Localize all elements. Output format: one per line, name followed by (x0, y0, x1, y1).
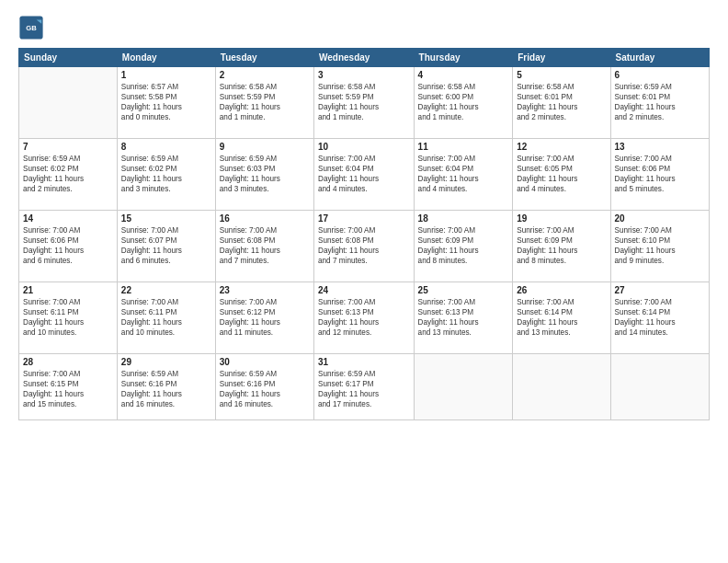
calendar-table: SundayMondayTuesdayWednesdayThursdayFrid… (18, 48, 710, 420)
day-info: Sunrise: 7:00 AM Sunset: 6:15 PM Dayligh… (23, 369, 113, 409)
day-info: Sunrise: 6:58 AM Sunset: 6:00 PM Dayligh… (418, 82, 509, 122)
day-number: 9 (220, 142, 310, 152)
day-info: Sunrise: 6:59 AM Sunset: 6:02 PM Dayligh… (121, 154, 211, 194)
day-cell (19, 67, 118, 139)
day-info: Sunrise: 7:00 AM Sunset: 6:09 PM Dayligh… (517, 225, 606, 266)
day-number: 15 (121, 213, 211, 224)
day-info: Sunrise: 7:00 AM Sunset: 6:14 PM Dayligh… (517, 297, 606, 338)
day-cell: 10Sunrise: 7:00 AM Sunset: 6:04 PM Dayli… (313, 139, 414, 211)
day-header-wednesday: Wednesday (313, 49, 414, 67)
day-number: 30 (220, 357, 310, 367)
day-number: 21 (23, 285, 113, 295)
calendar-body: 1Sunrise: 6:57 AM Sunset: 5:58 PM Daylig… (19, 67, 710, 420)
day-number: 29 (121, 357, 211, 367)
day-cell: 24Sunrise: 7:00 AM Sunset: 6:13 PM Dayli… (313, 282, 414, 354)
svg-text:GB: GB (26, 24, 37, 32)
day-header-thursday: Thursday (414, 49, 513, 67)
day-header-monday: Monday (117, 49, 215, 67)
day-info: Sunrise: 6:59 AM Sunset: 6:03 PM Dayligh… (220, 154, 310, 194)
day-number: 23 (220, 285, 310, 295)
day-cell: 29Sunrise: 6:59 AM Sunset: 6:16 PM Dayli… (117, 354, 215, 420)
day-info: Sunrise: 6:59 AM Sunset: 6:17 PM Dayligh… (318, 369, 410, 409)
day-info: Sunrise: 6:59 AM Sunset: 6:16 PM Dayligh… (121, 369, 211, 409)
day-number: 19 (517, 213, 606, 224)
day-cell: 22Sunrise: 7:00 AM Sunset: 6:11 PM Dayli… (117, 282, 215, 354)
day-cell: 1Sunrise: 6:57 AM Sunset: 5:58 PM Daylig… (117, 67, 215, 139)
day-info: Sunrise: 7:00 AM Sunset: 6:05 PM Dayligh… (517, 154, 606, 194)
day-info: Sunrise: 7:00 AM Sunset: 6:12 PM Dayligh… (220, 297, 310, 338)
day-info: Sunrise: 7:00 AM Sunset: 6:04 PM Dayligh… (418, 154, 509, 194)
day-info: Sunrise: 6:58 AM Sunset: 6:01 PM Dayligh… (517, 82, 606, 122)
day-cell: 16Sunrise: 7:00 AM Sunset: 6:08 PM Dayli… (215, 211, 313, 282)
day-info: Sunrise: 6:58 AM Sunset: 5:59 PM Dayligh… (220, 82, 310, 122)
day-number: 13 (615, 142, 705, 152)
day-info: Sunrise: 7:00 AM Sunset: 6:13 PM Dayligh… (418, 297, 509, 338)
day-number: 8 (121, 142, 211, 152)
day-header-friday: Friday (513, 49, 610, 67)
week-row-5: 28Sunrise: 7:00 AM Sunset: 6:15 PM Dayli… (19, 354, 710, 420)
day-cell: 3Sunrise: 6:58 AM Sunset: 5:59 PM Daylig… (313, 67, 414, 139)
day-number: 16 (220, 213, 310, 224)
week-row-1: 1Sunrise: 6:57 AM Sunset: 5:58 PM Daylig… (19, 67, 710, 139)
day-number: 7 (23, 142, 113, 152)
header: GB (18, 15, 710, 40)
logo-icon: GB (18, 15, 44, 40)
day-number: 4 (418, 70, 509, 80)
day-cell: 25Sunrise: 7:00 AM Sunset: 6:13 PM Dayli… (414, 282, 513, 354)
page: GB SundayMondayTuesdayWednesdayThursdayF… (0, 0, 728, 563)
day-cell: 11Sunrise: 7:00 AM Sunset: 6:04 PM Dayli… (414, 139, 513, 211)
week-row-3: 14Sunrise: 7:00 AM Sunset: 6:06 PM Dayli… (19, 211, 710, 282)
day-number: 17 (318, 213, 410, 224)
day-info: Sunrise: 7:00 AM Sunset: 6:11 PM Dayligh… (121, 297, 211, 338)
day-info: Sunrise: 6:59 AM Sunset: 6:02 PM Dayligh… (23, 154, 113, 194)
day-info: Sunrise: 6:57 AM Sunset: 5:58 PM Dayligh… (121, 82, 211, 122)
day-header-sunday: Sunday (19, 49, 118, 67)
day-info: Sunrise: 7:00 AM Sunset: 6:11 PM Dayligh… (23, 297, 113, 338)
day-number: 20 (615, 213, 705, 224)
day-cell (610, 354, 709, 420)
day-number: 25 (418, 285, 509, 295)
day-cell: 23Sunrise: 7:00 AM Sunset: 6:12 PM Dayli… (215, 282, 313, 354)
day-number: 3 (318, 70, 410, 80)
day-info: Sunrise: 7:00 AM Sunset: 6:06 PM Dayligh… (615, 154, 705, 194)
day-cell: 26Sunrise: 7:00 AM Sunset: 6:14 PM Dayli… (513, 282, 610, 354)
day-number: 6 (615, 70, 705, 80)
day-cell: 20Sunrise: 7:00 AM Sunset: 6:10 PM Dayli… (610, 211, 709, 282)
day-info: Sunrise: 7:00 AM Sunset: 6:08 PM Dayligh… (220, 225, 310, 266)
day-cell: 7Sunrise: 6:59 AM Sunset: 6:02 PM Daylig… (19, 139, 118, 211)
day-cell: 13Sunrise: 7:00 AM Sunset: 6:06 PM Dayli… (610, 139, 709, 211)
day-info: Sunrise: 6:59 AM Sunset: 6:01 PM Dayligh… (615, 82, 705, 122)
day-number: 11 (418, 142, 509, 152)
day-info: Sunrise: 6:59 AM Sunset: 6:16 PM Dayligh… (220, 369, 310, 409)
day-header-saturday: Saturday (610, 49, 709, 67)
day-cell: 19Sunrise: 7:00 AM Sunset: 6:09 PM Dayli… (513, 211, 610, 282)
day-cell: 27Sunrise: 7:00 AM Sunset: 6:14 PM Dayli… (610, 282, 709, 354)
day-info: Sunrise: 7:00 AM Sunset: 6:04 PM Dayligh… (318, 154, 410, 194)
day-cell: 8Sunrise: 6:59 AM Sunset: 6:02 PM Daylig… (117, 139, 215, 211)
day-number: 27 (615, 285, 705, 295)
week-row-2: 7Sunrise: 6:59 AM Sunset: 6:02 PM Daylig… (19, 139, 710, 211)
day-cell (513, 354, 610, 420)
day-cell: 12Sunrise: 7:00 AM Sunset: 6:05 PM Dayli… (513, 139, 610, 211)
day-info: Sunrise: 7:00 AM Sunset: 6:08 PM Dayligh… (318, 225, 410, 266)
day-number: 10 (318, 142, 410, 152)
day-cell: 21Sunrise: 7:00 AM Sunset: 6:11 PM Dayli… (19, 282, 118, 354)
day-number: 22 (121, 285, 211, 295)
day-cell: 30Sunrise: 6:59 AM Sunset: 6:16 PM Dayli… (215, 354, 313, 420)
day-number: 14 (23, 213, 113, 224)
day-cell: 14Sunrise: 7:00 AM Sunset: 6:06 PM Dayli… (19, 211, 118, 282)
day-number: 28 (23, 357, 113, 367)
day-cell: 2Sunrise: 6:58 AM Sunset: 5:59 PM Daylig… (215, 67, 313, 139)
day-number: 24 (318, 285, 410, 295)
day-number: 12 (517, 142, 606, 152)
header-row: SundayMondayTuesdayWednesdayThursdayFrid… (19, 49, 710, 67)
day-number: 2 (220, 70, 310, 80)
day-cell: 18Sunrise: 7:00 AM Sunset: 6:09 PM Dayli… (414, 211, 513, 282)
day-number: 26 (517, 285, 606, 295)
day-number: 31 (318, 357, 410, 367)
day-number: 18 (418, 213, 509, 224)
day-cell: 28Sunrise: 7:00 AM Sunset: 6:15 PM Dayli… (19, 354, 118, 420)
day-info: Sunrise: 7:00 AM Sunset: 6:06 PM Dayligh… (23, 225, 113, 266)
day-cell: 9Sunrise: 6:59 AM Sunset: 6:03 PM Daylig… (215, 139, 313, 211)
day-info: Sunrise: 7:00 AM Sunset: 6:13 PM Dayligh… (318, 297, 410, 338)
